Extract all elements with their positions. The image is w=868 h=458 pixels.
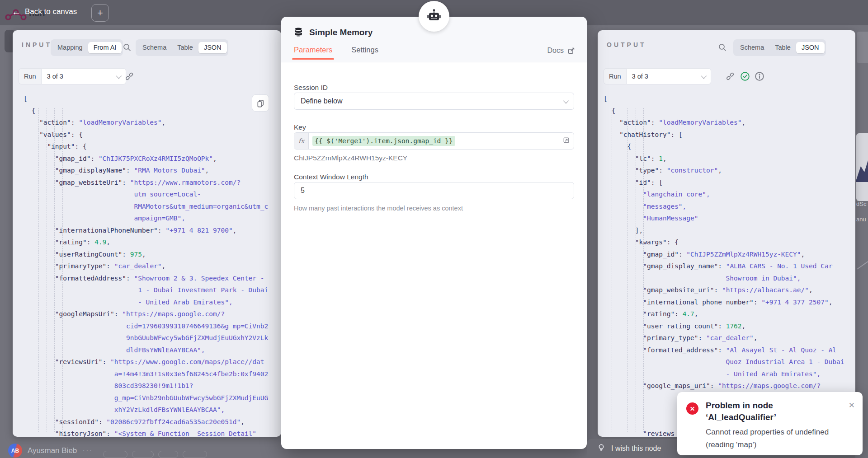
add-node-button[interactable]: + — [91, 4, 109, 22]
error-toast: ✕ Problem in node ‘AI_leadQualifier’ ✕ C… — [677, 392, 863, 455]
close-icon[interactable]: ✕ — [849, 401, 855, 410]
background-chart-shape — [856, 155, 868, 182]
unlink-icon[interactable] — [726, 72, 735, 81]
key-expression-input[interactable]: fx {{ $('Merge1').item.json.gmap_id }} — [294, 132, 574, 150]
tab-json[interactable]: JSON — [198, 42, 227, 54]
docs-link[interactable]: Docs — [547, 47, 575, 55]
key-expression-value: {{ $('Merge1').item.json.gmap_id }} — [312, 136, 455, 146]
output-run-selector[interactable]: 3 of 3 — [626, 68, 711, 84]
input-panel: INPUT MappingFrom AI SchemaTableJSON Run… — [13, 30, 281, 437]
unlink-icon[interactable] — [125, 72, 134, 81]
workspace-owner: AB Ayusman Bieb ··· — [8, 444, 93, 458]
session-id-select[interactable]: Define below — [294, 93, 574, 110]
run-label: Run — [19, 68, 41, 84]
background-label-fragment: anu — [856, 216, 866, 223]
indent-guide — [47, 108, 47, 432]
background-pill-fragment — [132, 451, 154, 458]
external-link-icon — [567, 47, 575, 55]
key-expression-result: ChIJP5ZZmMlpXz4RWH15yz-KECY — [294, 154, 407, 162]
background-pill-fragment — [103, 451, 127, 458]
indent-guide — [612, 108, 612, 432]
input-mode-tabs: MappingFrom AI — [51, 39, 123, 56]
toast-title-line1: Problem in node — [706, 400, 776, 411]
dialog-tabs: ParametersSettings — [294, 46, 378, 60]
dialog-title: Simple Memory — [309, 28, 373, 37]
background-card-fragment — [857, 32, 868, 63]
tab-schema[interactable]: Schema — [735, 42, 769, 54]
toast-message: Cannot read properties of undefined (rea… — [706, 426, 846, 451]
input-panel-title: INPUT — [22, 41, 52, 48]
input-run-selector[interactable]: 3 of 3 — [41, 68, 126, 84]
output-json-code[interactable]: [ { "action": "loadMemoryVariables", "ch… — [598, 93, 855, 437]
input-json-code[interactable]: [ { "action": "loadMemoryVariables", "va… — [13, 93, 281, 437]
output-panel: OUTPUT SchemaTableJSON Run 3 of 3 [ { "a… — [598, 30, 855, 437]
context-window-label: Context Window Length — [294, 173, 368, 181]
output-run-row: Run 3 of 3 — [604, 68, 711, 84]
input-run-row: Run 3 of 3 — [19, 68, 126, 84]
toast-title-line2: ‘AI_leadQualifier’ — [706, 411, 776, 423]
memory-node-icon — [293, 27, 304, 39]
feedback-text: I wish this node — [611, 444, 661, 453]
run-label: Run — [604, 68, 626, 84]
back-label: Back to canvas — [25, 7, 77, 16]
toast-title: Problem in node ‘AI_leadQualifier’ — [706, 400, 776, 423]
indent-guide — [38, 108, 39, 432]
back-arrow-icon: ← — [12, 7, 21, 16]
user-name: Ayusman Bieb — [28, 446, 77, 455]
background-node-sliver — [5, 30, 14, 52]
session-id-value: Define below — [301, 97, 343, 105]
open-expression-editor-icon[interactable] — [563, 137, 570, 145]
user-menu-button[interactable]: ··· — [82, 446, 93, 455]
error-icon: ✕ — [686, 402, 698, 415]
tab-json[interactable]: JSON — [796, 42, 825, 54]
docs-label: Docs — [547, 47, 564, 55]
indent-guide — [620, 108, 620, 432]
output-panel-title: OUTPUT — [607, 41, 646, 48]
tab-from-ai[interactable]: From AI — [88, 42, 122, 54]
success-check-icon — [740, 71, 749, 80]
info-icon[interactable] — [755, 71, 764, 80]
background-label-fragment: dSc — [856, 201, 866, 207]
key-label: Key — [294, 123, 306, 131]
indent-guide — [627, 108, 628, 432]
input-run-value: 3 of 3 — [47, 73, 63, 80]
tab-settings[interactable]: Settings — [351, 46, 378, 60]
tab-schema[interactable]: Schema — [137, 42, 172, 54]
search-icon[interactable] — [718, 43, 727, 52]
lightbulb-icon — [598, 444, 605, 453]
tab-table[interactable]: Table — [769, 42, 796, 54]
indent-guide — [62, 108, 63, 432]
input-view-tabs: SchemaTableJSON — [136, 39, 228, 56]
back-to-canvas-button[interactable]: ← Back to canvas — [12, 7, 77, 16]
background-pill-fragment — [183, 451, 207, 458]
chevron-down-icon — [563, 98, 569, 103]
background-node-card-fragment — [856, 133, 868, 201]
chevron-down-icon — [701, 73, 707, 79]
background-pill-fragment — [158, 451, 178, 458]
indent-guide — [643, 108, 644, 432]
tab-table[interactable]: Table — [172, 42, 198, 54]
context-window-value: 5 — [301, 187, 305, 195]
context-window-input[interactable]: 5 — [294, 182, 574, 199]
fx-prefix: fx — [294, 133, 309, 149]
screen: n8n ← Back to canvas + dSc anu AB Ayusma… — [0, 0, 868, 458]
session-id-label: Session ID — [294, 84, 328, 92]
robot-icon — [426, 8, 442, 24]
output-view-tabs: SchemaTableJSON — [733, 39, 826, 56]
context-window-help: How many past interactions the model rec… — [294, 205, 463, 212]
chevron-down-icon — [116, 73, 122, 79]
search-icon[interactable] — [123, 43, 132, 52]
node-avatar-badge — [419, 1, 449, 32]
indent-guide — [636, 108, 636, 432]
output-run-value: 3 of 3 — [632, 73, 648, 80]
tab-mapping[interactable]: Mapping — [52, 42, 88, 54]
avatar[interactable]: AB — [8, 444, 22, 458]
node-settings-dialog: Simple Memory ParametersSettings Docs Se… — [281, 17, 587, 449]
tab-parameters[interactable]: Parameters — [294, 46, 332, 60]
indent-guide — [54, 108, 55, 432]
background-connection-line — [857, 260, 868, 269]
